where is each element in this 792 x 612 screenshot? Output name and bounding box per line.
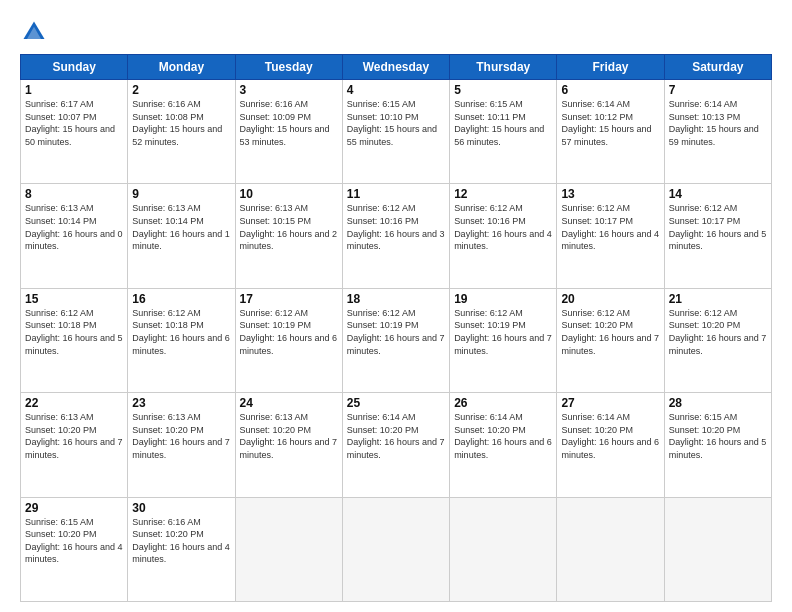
calendar-cell: 6 Sunrise: 6:14 AM Sunset: 10:12 PM Dayl… — [557, 80, 664, 184]
calendar-cell: 2 Sunrise: 6:16 AM Sunset: 10:08 PM Dayl… — [128, 80, 235, 184]
calendar-cell: 1 Sunrise: 6:17 AM Sunset: 10:07 PM Dayl… — [21, 80, 128, 184]
day-info: Sunrise: 6:16 AM Sunset: 10:08 PM Daylig… — [132, 98, 230, 148]
page: SundayMondayTuesdayWednesdayThursdayFrid… — [0, 0, 792, 612]
calendar-cell: 26 Sunrise: 6:14 AM Sunset: 10:20 PM Day… — [450, 393, 557, 497]
calendar-cell: 23 Sunrise: 6:13 AM Sunset: 10:20 PM Day… — [128, 393, 235, 497]
day-number: 26 — [454, 396, 552, 410]
calendar-row-2: 15 Sunrise: 6:12 AM Sunset: 10:18 PM Day… — [21, 288, 772, 392]
day-info: Sunrise: 6:12 AM Sunset: 10:16 PM Daylig… — [347, 202, 445, 252]
day-number: 25 — [347, 396, 445, 410]
day-number: 12 — [454, 187, 552, 201]
calendar-cell: 20 Sunrise: 6:12 AM Sunset: 10:20 PM Day… — [557, 288, 664, 392]
day-info: Sunrise: 6:13 AM Sunset: 10:20 PM Daylig… — [240, 411, 338, 461]
day-info: Sunrise: 6:13 AM Sunset: 10:20 PM Daylig… — [132, 411, 230, 461]
calendar-cell: 9 Sunrise: 6:13 AM Sunset: 10:14 PM Dayl… — [128, 184, 235, 288]
calendar-cell: 12 Sunrise: 6:12 AM Sunset: 10:16 PM Day… — [450, 184, 557, 288]
day-number: 15 — [25, 292, 123, 306]
logo-icon — [20, 18, 48, 46]
day-number: 16 — [132, 292, 230, 306]
day-info: Sunrise: 6:16 AM Sunset: 10:09 PM Daylig… — [240, 98, 338, 148]
calendar-cell: 15 Sunrise: 6:12 AM Sunset: 10:18 PM Day… — [21, 288, 128, 392]
calendar-cell — [557, 497, 664, 601]
day-number: 27 — [561, 396, 659, 410]
day-info: Sunrise: 6:14 AM Sunset: 10:20 PM Daylig… — [561, 411, 659, 461]
dow-header-wednesday: Wednesday — [342, 55, 449, 80]
day-number: 19 — [454, 292, 552, 306]
calendar-cell: 13 Sunrise: 6:12 AM Sunset: 10:17 PM Day… — [557, 184, 664, 288]
day-info: Sunrise: 6:12 AM Sunset: 10:19 PM Daylig… — [347, 307, 445, 357]
day-number: 14 — [669, 187, 767, 201]
day-info: Sunrise: 6:15 AM Sunset: 10:20 PM Daylig… — [25, 516, 123, 566]
day-info: Sunrise: 6:17 AM Sunset: 10:07 PM Daylig… — [25, 98, 123, 148]
calendar-cell: 29 Sunrise: 6:15 AM Sunset: 10:20 PM Day… — [21, 497, 128, 601]
day-number: 24 — [240, 396, 338, 410]
dow-header-sunday: Sunday — [21, 55, 128, 80]
day-info: Sunrise: 6:15 AM Sunset: 10:10 PM Daylig… — [347, 98, 445, 148]
day-info: Sunrise: 6:14 AM Sunset: 10:20 PM Daylig… — [454, 411, 552, 461]
calendar-table: SundayMondayTuesdayWednesdayThursdayFrid… — [20, 54, 772, 602]
day-info: Sunrise: 6:12 AM Sunset: 10:18 PM Daylig… — [25, 307, 123, 357]
day-info: Sunrise: 6:12 AM Sunset: 10:19 PM Daylig… — [240, 307, 338, 357]
calendar-cell: 25 Sunrise: 6:14 AM Sunset: 10:20 PM Day… — [342, 393, 449, 497]
calendar-cell: 24 Sunrise: 6:13 AM Sunset: 10:20 PM Day… — [235, 393, 342, 497]
dow-header-friday: Friday — [557, 55, 664, 80]
day-number: 2 — [132, 83, 230, 97]
day-info: Sunrise: 6:13 AM Sunset: 10:20 PM Daylig… — [25, 411, 123, 461]
calendar-cell: 17 Sunrise: 6:12 AM Sunset: 10:19 PM Day… — [235, 288, 342, 392]
calendar-cell: 28 Sunrise: 6:15 AM Sunset: 10:20 PM Day… — [664, 393, 771, 497]
calendar-row-0: 1 Sunrise: 6:17 AM Sunset: 10:07 PM Dayl… — [21, 80, 772, 184]
calendar-cell: 3 Sunrise: 6:16 AM Sunset: 10:09 PM Dayl… — [235, 80, 342, 184]
day-info: Sunrise: 6:14 AM Sunset: 10:13 PM Daylig… — [669, 98, 767, 148]
dow-header-monday: Monday — [128, 55, 235, 80]
calendar-cell — [664, 497, 771, 601]
calendar-cell: 5 Sunrise: 6:15 AM Sunset: 10:11 PM Dayl… — [450, 80, 557, 184]
calendar-cell: 21 Sunrise: 6:12 AM Sunset: 10:20 PM Day… — [664, 288, 771, 392]
day-info: Sunrise: 6:12 AM Sunset: 10:19 PM Daylig… — [454, 307, 552, 357]
logo — [20, 18, 52, 46]
day-number: 4 — [347, 83, 445, 97]
day-info: Sunrise: 6:13 AM Sunset: 10:15 PM Daylig… — [240, 202, 338, 252]
calendar-cell: 19 Sunrise: 6:12 AM Sunset: 10:19 PM Day… — [450, 288, 557, 392]
day-info: Sunrise: 6:12 AM Sunset: 10:17 PM Daylig… — [669, 202, 767, 252]
day-info: Sunrise: 6:15 AM Sunset: 10:11 PM Daylig… — [454, 98, 552, 148]
day-info: Sunrise: 6:12 AM Sunset: 10:18 PM Daylig… — [132, 307, 230, 357]
day-number: 22 — [25, 396, 123, 410]
day-info: Sunrise: 6:12 AM Sunset: 10:20 PM Daylig… — [669, 307, 767, 357]
calendar-cell: 18 Sunrise: 6:12 AM Sunset: 10:19 PM Day… — [342, 288, 449, 392]
day-info: Sunrise: 6:14 AM Sunset: 10:12 PM Daylig… — [561, 98, 659, 148]
day-number: 7 — [669, 83, 767, 97]
calendar-cell: 7 Sunrise: 6:14 AM Sunset: 10:13 PM Dayl… — [664, 80, 771, 184]
day-number: 5 — [454, 83, 552, 97]
day-number: 10 — [240, 187, 338, 201]
day-number: 3 — [240, 83, 338, 97]
day-number: 21 — [669, 292, 767, 306]
calendar-row-1: 8 Sunrise: 6:13 AM Sunset: 10:14 PM Dayl… — [21, 184, 772, 288]
calendar-body: 1 Sunrise: 6:17 AM Sunset: 10:07 PM Dayl… — [21, 80, 772, 602]
calendar-cell: 11 Sunrise: 6:12 AM Sunset: 10:16 PM Day… — [342, 184, 449, 288]
day-number: 1 — [25, 83, 123, 97]
day-number: 20 — [561, 292, 659, 306]
day-number: 29 — [25, 501, 123, 515]
calendar-cell — [450, 497, 557, 601]
calendar-row-4: 29 Sunrise: 6:15 AM Sunset: 10:20 PM Day… — [21, 497, 772, 601]
dow-header-thursday: Thursday — [450, 55, 557, 80]
calendar-cell: 27 Sunrise: 6:14 AM Sunset: 10:20 PM Day… — [557, 393, 664, 497]
header — [20, 18, 772, 46]
day-info: Sunrise: 6:12 AM Sunset: 10:17 PM Daylig… — [561, 202, 659, 252]
day-number: 17 — [240, 292, 338, 306]
dow-header-tuesday: Tuesday — [235, 55, 342, 80]
calendar-cell: 22 Sunrise: 6:13 AM Sunset: 10:20 PM Day… — [21, 393, 128, 497]
days-of-week-row: SundayMondayTuesdayWednesdayThursdayFrid… — [21, 55, 772, 80]
day-info: Sunrise: 6:12 AM Sunset: 10:16 PM Daylig… — [454, 202, 552, 252]
calendar-cell: 30 Sunrise: 6:16 AM Sunset: 10:20 PM Day… — [128, 497, 235, 601]
day-number: 6 — [561, 83, 659, 97]
calendar-cell: 16 Sunrise: 6:12 AM Sunset: 10:18 PM Day… — [128, 288, 235, 392]
calendar-cell — [235, 497, 342, 601]
day-info: Sunrise: 6:13 AM Sunset: 10:14 PM Daylig… — [132, 202, 230, 252]
day-info: Sunrise: 6:14 AM Sunset: 10:20 PM Daylig… — [347, 411, 445, 461]
day-number: 8 — [25, 187, 123, 201]
dow-header-saturday: Saturday — [664, 55, 771, 80]
day-info: Sunrise: 6:16 AM Sunset: 10:20 PM Daylig… — [132, 516, 230, 566]
day-number: 13 — [561, 187, 659, 201]
calendar-cell: 4 Sunrise: 6:15 AM Sunset: 10:10 PM Dayl… — [342, 80, 449, 184]
